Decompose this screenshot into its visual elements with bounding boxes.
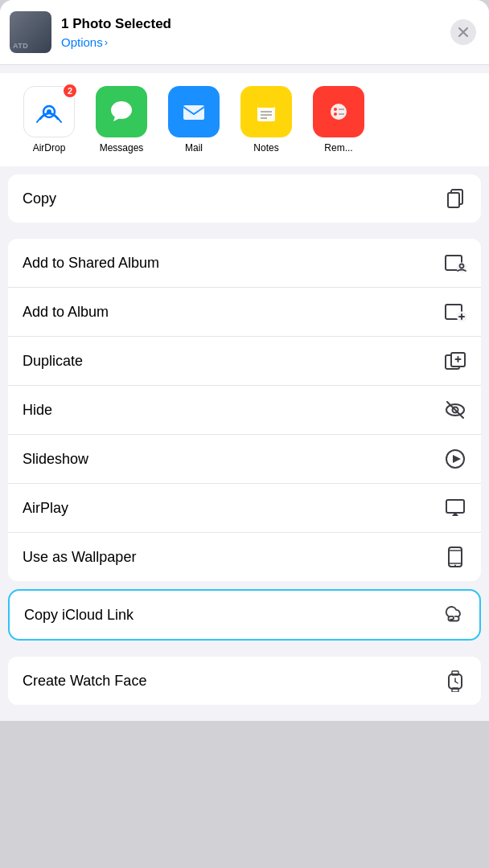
- svg-point-11: [334, 108, 337, 111]
- svg-line-43: [455, 682, 458, 683]
- header-text: 1 Photo Selected Options ›: [61, 15, 450, 48]
- options-label: Options: [61, 35, 103, 49]
- notes-icon-wrapper: [240, 86, 292, 137]
- hide-icon: [444, 399, 466, 421]
- messages-label: Messages: [100, 142, 144, 154]
- wallpaper-icon: [444, 546, 466, 568]
- svg-point-12: [334, 113, 337, 116]
- app-item-messages[interactable]: Messages: [85, 86, 158, 154]
- airplay-row[interactable]: AirPlay: [8, 483, 481, 532]
- svg-rect-40: [452, 671, 458, 675]
- create-watch-face-row[interactable]: Create Watch Face: [8, 657, 481, 705]
- add-shared-album-row[interactable]: Add to Shared Album: [8, 239, 481, 287]
- photo-selected-title: 1 Photo Selected: [61, 15, 450, 33]
- messages-app-icon: [96, 86, 147, 137]
- airplay-label: AirPlay: [23, 500, 68, 517]
- create-watch-face-label: Create Watch Face: [23, 673, 146, 690]
- close-button[interactable]: [450, 19, 476, 45]
- svg-rect-4: [183, 105, 204, 120]
- app-item-reminders[interactable]: Rem...: [302, 86, 375, 154]
- slideshow-icon: [444, 448, 466, 470]
- hide-row[interactable]: Hide: [8, 385, 481, 434]
- duplicate-icon: [444, 350, 466, 372]
- svg-rect-33: [446, 500, 464, 513]
- svg-point-10: [331, 104, 347, 120]
- watch-icon: [444, 669, 466, 692]
- svg-point-2: [111, 101, 132, 119]
- svg-rect-6: [257, 104, 275, 108]
- copy-label: Copy: [23, 190, 56, 207]
- add-shared-album-label: Add to Shared Album: [23, 255, 159, 272]
- svg-rect-16: [448, 193, 459, 207]
- reminders-label: Rem...: [324, 142, 352, 154]
- notes-label: Notes: [253, 142, 278, 154]
- svg-point-38: [454, 565, 456, 567]
- share-sheet-header: ATD 1 Photo Selected Options ›: [0, 0, 489, 65]
- add-album-label: Add to Album: [23, 304, 109, 321]
- add-album-row[interactable]: Add to Album: [8, 287, 481, 336]
- copy-row[interactable]: Copy: [8, 174, 481, 223]
- svg-marker-32: [453, 455, 461, 463]
- options-link[interactable]: Options ›: [61, 35, 450, 49]
- airdrop-label: AirDrop: [33, 142, 66, 154]
- duplicate-label: Duplicate: [23, 353, 83, 370]
- reminders-icon-wrapper: [313, 86, 364, 137]
- airplay-icon: [444, 497, 466, 519]
- bottom-section: Create Watch Face: [8, 657, 481, 705]
- app-item-mail[interactable]: Mail: [158, 86, 230, 154]
- slideshow-row[interactable]: Slideshow: [8, 434, 481, 483]
- airdrop-icon-wrapper: 2: [23, 86, 75, 137]
- airdrop-badge: 2: [62, 83, 78, 99]
- reminders-app-icon: [313, 86, 364, 137]
- share-sheet: ATD 1 Photo Selected Options ›: [0, 0, 489, 721]
- photo-thumbnail: ATD: [10, 11, 51, 53]
- mail-app-icon: [168, 86, 220, 137]
- add-album-icon: [444, 301, 466, 323]
- actions-section: Add to Shared Album Add to Album: [8, 239, 481, 581]
- hide-label: Hide: [23, 402, 52, 419]
- copy-icloud-link-row[interactable]: Copy iCloud Link: [8, 589, 481, 641]
- app-item-notes[interactable]: Notes: [230, 86, 302, 154]
- slideshow-label: Slideshow: [23, 451, 88, 468]
- mail-label: Mail: [185, 142, 203, 154]
- chevron-right-icon: ›: [105, 36, 108, 48]
- app-share-row: 2 AirDrop Messages: [0, 73, 489, 166]
- svg-point-1: [47, 109, 51, 114]
- svg-rect-41: [452, 688, 458, 692]
- mail-icon-wrapper: [168, 86, 220, 137]
- duplicate-row[interactable]: Duplicate: [8, 336, 481, 385]
- app-item-airdrop[interactable]: 2 AirDrop: [13, 86, 85, 154]
- thumbnail-label: ATD: [13, 42, 28, 50]
- notes-app-icon: [240, 86, 292, 137]
- wallpaper-row[interactable]: Use as Wallpaper: [8, 532, 481, 581]
- copy-icon: [444, 187, 466, 210]
- shared-album-icon: [444, 252, 466, 274]
- wallpaper-label: Use as Wallpaper: [23, 549, 136, 566]
- copy-icloud-link-label: Copy iCloud Link: [24, 607, 134, 624]
- icloud-link-icon: [442, 604, 465, 626]
- messages-icon-wrapper: [96, 86, 147, 137]
